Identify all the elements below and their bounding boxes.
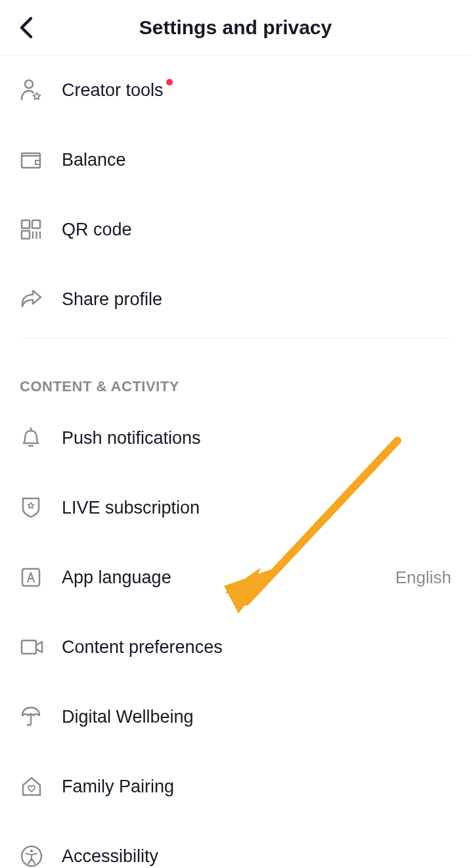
section-heading-content-activity: CONTENT & ACTIVITY xyxy=(0,343,471,403)
svg-point-13 xyxy=(30,850,33,852)
row-content-preferences[interactable]: Content preferences xyxy=(20,612,451,682)
row-app-language[interactable]: App language English xyxy=(20,542,451,612)
creator-tools-label: Creator tools xyxy=(62,80,164,100)
svg-rect-11 xyxy=(22,640,36,654)
shield-star-icon xyxy=(20,496,62,519)
svg-rect-10 xyxy=(22,569,39,586)
row-label: Digital Wellbeing xyxy=(62,707,194,727)
row-qr-code[interactable]: QR code xyxy=(20,195,451,264)
row-label: Balance xyxy=(62,150,126,170)
section-content-activity: Push notifications LIVE subscription App… xyxy=(0,403,471,868)
row-label: Family Pairing xyxy=(62,777,174,797)
row-label: Accessibility xyxy=(62,846,158,867)
back-button[interactable] xyxy=(18,16,34,39)
row-share-profile[interactable]: Share profile xyxy=(20,264,451,334)
row-push-notifications[interactable]: Push notifications xyxy=(20,403,451,473)
row-label: LIVE subscription xyxy=(62,498,200,518)
row-label: QR code xyxy=(62,220,132,240)
row-digital-wellbeing[interactable]: Digital Wellbeing xyxy=(20,682,451,752)
video-camera-icon xyxy=(20,637,62,657)
house-heart-icon xyxy=(20,775,62,798)
row-label: Push notifications xyxy=(62,428,201,448)
row-creator-tools[interactable]: Creator tools xyxy=(20,55,451,125)
app-language-value: English xyxy=(395,567,451,588)
row-label: Creator tools xyxy=(62,80,164,101)
row-balance[interactable]: Balance xyxy=(20,125,451,195)
header-bar: Settings and privacy xyxy=(0,0,471,55)
qr-code-icon xyxy=(20,218,62,241)
row-live-subscription[interactable]: LIVE subscription xyxy=(20,473,451,542)
row-label: App language xyxy=(62,567,171,588)
chevron-left-icon xyxy=(18,16,34,39)
svg-rect-3 xyxy=(32,220,40,228)
share-arrow-icon xyxy=(20,288,62,310)
row-label: Content preferences xyxy=(62,637,223,658)
accessibility-icon xyxy=(20,844,62,868)
section-account: Creator tools Balance QR code xyxy=(0,55,471,334)
svg-point-0 xyxy=(25,80,33,88)
svg-rect-2 xyxy=(22,220,30,228)
row-label: Share profile xyxy=(62,289,162,310)
section-divider xyxy=(20,338,451,339)
letter-a-icon xyxy=(20,566,62,589)
svg-rect-4 xyxy=(22,231,30,239)
row-family-pairing[interactable]: Family Pairing xyxy=(20,752,451,821)
wallet-icon xyxy=(20,149,62,171)
umbrella-icon xyxy=(20,705,62,729)
page-title: Settings and privacy xyxy=(139,16,332,39)
person-star-icon xyxy=(20,78,62,102)
notification-dot-icon xyxy=(166,79,173,85)
bell-icon xyxy=(20,426,62,450)
row-accessibility[interactable]: Accessibility xyxy=(20,821,451,868)
